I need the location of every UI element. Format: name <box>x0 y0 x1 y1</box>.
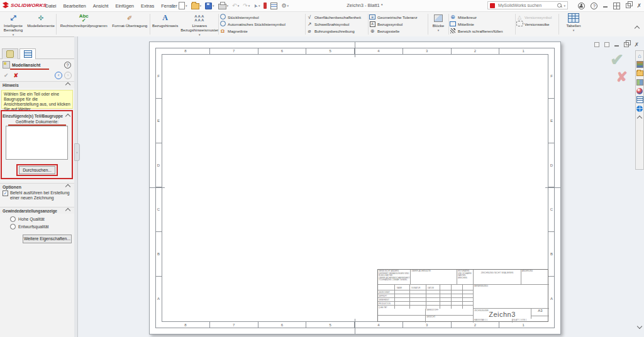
balloon-button[interactable]: Stücklistensymbol <box>219 14 259 20</box>
title-bar: SOLIDWORKS Datei Bearbeiten Ansicht Einf… <box>0 0 644 12</box>
doc-minimize-icon[interactable] <box>614 41 619 47</box>
scroll-down-icon[interactable] <box>638 319 641 331</box>
open-document-icon[interactable] <box>191 3 199 9</box>
datum-feature-button[interactable]: A Bezugssymbol <box>369 21 402 27</box>
hole-callout-button[interactable]: ⌀ Bohrungsbeschreibung <box>306 28 355 34</box>
menu-bearbeiten[interactable]: Bearbeiten <box>64 3 86 9</box>
annotation-box-insert-section <box>1 110 73 179</box>
run-command-option[interactable]: ✓ Befehl ausführen bei Erstellung einer … <box>3 191 72 201</box>
magnetic-line-button[interactable]: Ω Magnetlinie <box>219 28 248 34</box>
print-caret-icon[interactable]: ▾ <box>227 4 229 8</box>
area-hatch-button[interactable]: Bereich schraffieren/füllen <box>450 28 502 34</box>
section-options[interactable]: Optionen <box>0 183 74 190</box>
surface-finish-button[interactable]: √ Oberflächenbeschaffenheit <box>306 14 361 20</box>
search-box[interactable]: ▾ <box>487 1 568 9</box>
model-view-icon <box>3 61 10 69</box>
blocks-button[interactable]: Blöcke ▾ <box>429 13 448 33</box>
save-icon[interactable] <box>205 3 212 9</box>
doc-close-icon[interactable]: ✗ <box>634 41 639 48</box>
drawing-sheet[interactable]: 87654321 87654321 FEDCBA FEDCBA WENN NIC… <box>149 41 561 334</box>
smart-dimension-button[interactable]: ⤢ Intelligente Bemaßung ▾ <box>0 13 26 38</box>
file-explorer-icon[interactable] <box>636 70 643 76</box>
restore-icon[interactable] <box>626 3 631 8</box>
property-manager-panel: Modellansicht ? ✔ ✘ ‹ › Hinweis Wählen S… <box>0 36 74 337</box>
ribbon-collapse-button[interactable] <box>635 21 644 36</box>
tables-button[interactable]: Tabellen ▾ <box>560 13 587 33</box>
revision-cloud-button[interactable]: Versionswolke <box>516 21 550 27</box>
empty-cell-1 <box>378 309 426 316</box>
print-icon[interactable] <box>218 4 226 9</box>
checkbox-checked-icon[interactable]: ✓ <box>3 191 8 196</box>
cancel-x-icon[interactable]: ✘ <box>14 72 19 79</box>
view-palette-icon[interactable] <box>636 79 643 86</box>
appearances-icon[interactable] <box>636 88 643 94</box>
hole-callout-icon: ⌀ <box>306 28 313 34</box>
note-button[interactable]: A Bezugshinweis <box>151 13 179 28</box>
save-caret-icon[interactable]: ▾ <box>213 4 214 8</box>
minimize-icon[interactable] <box>603 2 608 8</box>
options-gear-icon[interactable]: ⚙ <box>281 3 286 9</box>
new-caret-icon[interactable]: ▾ <box>186 4 187 8</box>
rebuild-icon[interactable] <box>264 3 267 9</box>
panel-collapse-handle[interactable]: ‹ <box>74 143 80 161</box>
center-mark-button[interactable]: ⊕ Mittelkreuz <box>450 14 477 20</box>
radio-draft-quality[interactable]: Entwurfsqualität <box>10 224 48 229</box>
deburr-note-cell: ENTGRATEN UND SCHARFE KANTEN BRECHEN <box>457 270 474 285</box>
document-title: Zeichn3 - Blatt1 * <box>296 3 434 8</box>
menu-ansicht[interactable]: Ansicht <box>93 3 109 9</box>
search-caret-icon[interactable]: ▾ <box>564 4 565 8</box>
close-icon[interactable]: ✗ <box>636 3 641 9</box>
ribbon-group-text-tools: Abc✓ Rechtschreibprüfprogramm ✐ Format-Ü… <box>57 12 149 36</box>
pm-help-icon[interactable]: ? <box>64 62 71 69</box>
search-input[interactable] <box>497 3 555 8</box>
window-prev-icon[interactable] <box>594 42 599 47</box>
radio-icon[interactable] <box>10 216 16 222</box>
new-document-icon[interactable] <box>179 2 185 9</box>
geometric-tolerance-button[interactable]: ⊕ Geometrische Toleranz <box>369 14 418 20</box>
section-thread-display[interactable]: Gewindedarstellungsanzeige <box>0 207 74 214</box>
radio-high-quality[interactable]: Hohe Qualität <box>10 216 45 222</box>
user-account-icon[interactable] <box>578 3 585 9</box>
forum-globe-icon[interactable] <box>636 106 643 112</box>
menu-extras[interactable]: Extras <box>141 3 154 9</box>
more-properties-button[interactable]: Weitere Eigenschaften... <box>23 235 72 243</box>
file-properties-icon[interactable] <box>270 3 277 9</box>
datum-target-button[interactable]: ⊕ Bezugsstelle <box>369 28 399 34</box>
weld-symbol-button[interactable]: ↗ Schweißnahtsymbol <box>306 21 349 27</box>
window-next-icon[interactable] <box>604 42 609 47</box>
doc-restore-icon[interactable] <box>624 42 629 47</box>
paper-size-cell: A3 <box>531 309 549 316</box>
search-icon[interactable] <box>557 3 562 8</box>
feature-manager-tab[interactable] <box>2 48 18 59</box>
confirm-ok-icon[interactable]: ✔ <box>610 50 624 70</box>
home-icon[interactable]: ⌂ <box>171 3 175 9</box>
panel-splitter[interactable] <box>74 36 78 337</box>
menu-einfuegen[interactable]: Einfügen <box>115 3 134 9</box>
menu-datei[interactable]: Datei <box>45 3 57 9</box>
graphics-area[interactable]: 87654321 87654321 FEDCBA FEDCBA WENN NIC… <box>74 36 644 337</box>
model-items-button[interactable]: ✣ Modellelemente <box>26 13 55 28</box>
window-layout-icon[interactable] <box>613 3 620 9</box>
quick-access-toolbar: ⌂ ▾ ▾ ▾ ▾ ↶▾ ↷▾ ➤▾ ⚙▾ <box>171 1 289 10</box>
radio-icon[interactable] <box>10 224 16 229</box>
design-library-icon[interactable] <box>636 61 643 68</box>
custom-properties-icon[interactable] <box>636 96 643 103</box>
weight-cell: GEWICHT: <box>426 316 474 323</box>
auto-balloon-button[interactable]: Automatisches Stücklistensymbol <box>219 21 286 27</box>
property-manager-tab[interactable] <box>19 48 36 59</box>
linear-note-pattern-button[interactable]: AAAAAA Lineares Bezugshinweismuster ▾ <box>179 13 219 38</box>
help-icon[interactable]: ? <box>591 3 597 9</box>
options-caret-icon[interactable]: ▾ <box>287 4 289 8</box>
open-caret-icon[interactable]: ▾ <box>200 4 202 8</box>
confirm-cancel-icon[interactable]: ✘ <box>616 69 628 86</box>
tables-caret-icon[interactable]: ▾ <box>573 28 575 33</box>
scale-cell: MASSSTAB:1:1 <box>474 319 513 323</box>
resources-home-icon[interactable]: ⌂ <box>636 52 643 59</box>
section-hinweis[interactable]: Hinweis <box>0 81 74 88</box>
centerline-button[interactable]: Mittellinie <box>450 21 474 27</box>
format-painter-button[interactable]: ✐ Format-Übertragung <box>111 13 150 28</box>
chevron-up-icon[interactable] <box>637 116 642 121</box>
blocks-caret-icon[interactable]: ▾ <box>438 28 440 33</box>
back-arrow-icon[interactable]: ‹ <box>55 72 62 79</box>
spell-check-button[interactable]: Abc✓ Rechtschreibprüfprogramm <box>57 13 111 28</box>
